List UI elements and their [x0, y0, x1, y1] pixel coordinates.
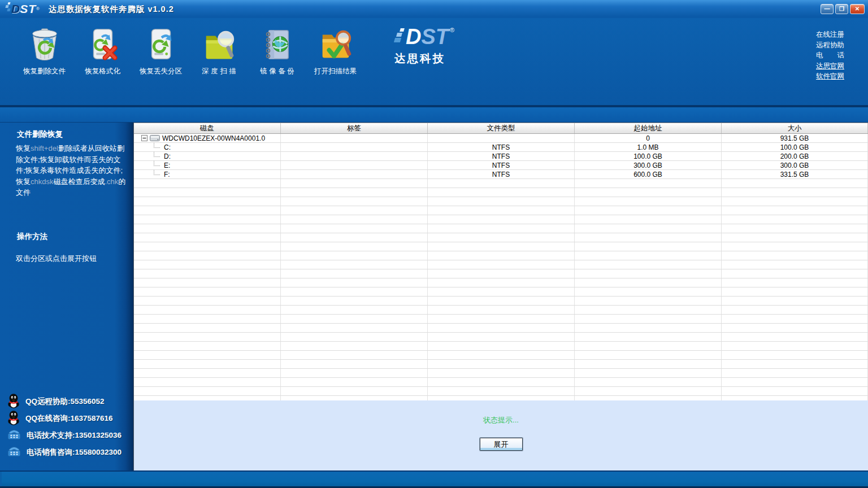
table-row-empty	[134, 369, 868, 378]
table-cell	[428, 378, 575, 386]
title-bar: DST® 达思数据恢复软件奔腾版 v1.0.2 —❐✕	[0, 0, 868, 18]
tree-branch-icon	[154, 143, 160, 148]
table-cell	[428, 324, 575, 332]
disk-name: C:	[164, 143, 171, 151]
column-header[interactable]: 标签	[281, 123, 428, 133]
table-cell	[281, 197, 428, 206]
table-row-partition[interactable]: D:NTFS100.0 GB200.0 GB	[134, 152, 868, 161]
column-header[interactable]: 起始地址	[575, 123, 722, 133]
dst-logo-large: DST® 达思科技	[394, 27, 454, 66]
recycle-trash-icon	[27, 27, 62, 62]
table-cell	[575, 197, 722, 206]
table-row-empty	[134, 260, 868, 269]
sidebar: 文件删除恢复 恢复shift+del删除或者从回收站删除文件;恢复卸载软件而丢失…	[0, 123, 133, 470]
main-area: 文件删除恢复 恢复shift+del删除或者从回收站删除文件;恢复卸载软件而丢失…	[0, 123, 868, 470]
table-cell	[281, 233, 428, 242]
table-cell	[281, 297, 428, 305]
status-panel: 状态提示... 展开	[134, 400, 868, 470]
table-row-disk[interactable]: WDCWD10EZEX-00WN4A0001.00931.5 GB	[134, 134, 868, 143]
link-dasi-website[interactable]: 达思官网	[816, 62, 844, 70]
sidebar-howto-text: 双击分区或点击展开按钮	[16, 253, 127, 264]
table-cell	[575, 269, 722, 278]
table-cell	[134, 233, 281, 242]
table-cell	[134, 215, 281, 224]
folder-scan-icon	[202, 27, 237, 62]
table-cell-name: WDCWD10EZEX-00WN4A0001.0	[134, 134, 281, 142]
toolbar-button-recover-lost-partition[interactable]: 恢复丢失分区	[133, 27, 188, 76]
window-title: 达思数据恢复软件奔腾版 v1.0.2	[49, 4, 174, 15]
table-cell	[134, 387, 281, 395]
table-cell	[722, 333, 868, 341]
disk-name: E:	[164, 162, 170, 169]
contact-phone-tech-support[interactable]: 电话技术支持:13501325036	[7, 429, 121, 442]
link-software-website[interactable]: 软件官网	[816, 72, 844, 80]
table-cell	[428, 188, 575, 197]
table-cell	[281, 224, 428, 233]
tree-branch-icon	[154, 170, 160, 175]
column-header[interactable]: 大小	[722, 123, 868, 133]
table-cell	[722, 251, 868, 260]
disk-table-header: 磁盘标签文件类型起始地址大小	[134, 123, 868, 134]
column-header[interactable]: 文件类型	[428, 123, 575, 133]
table-cell	[134, 324, 281, 332]
table-cell	[134, 188, 281, 197]
table-cell: 931.5 GB	[722, 134, 868, 142]
minimize-button[interactable]: —	[821, 4, 834, 14]
table-cell	[575, 179, 722, 188]
table-cell	[134, 333, 281, 341]
table-cell	[281, 342, 428, 350]
table-cell	[134, 242, 281, 251]
table-row-empty	[134, 306, 868, 315]
table-cell	[134, 179, 281, 188]
table-row-empty	[134, 215, 868, 224]
table-cell	[722, 287, 868, 296]
table-cell	[575, 242, 722, 251]
disk-name: F:	[164, 171, 170, 178]
table-row-partition[interactable]: F:NTFS600.0 GB331.5 GB	[134, 170, 868, 179]
contact-qq-remote-assist[interactable]: QQ远程协助:55356052	[7, 395, 121, 408]
table-cell	[428, 197, 575, 206]
expand-button[interactable]: 展开	[480, 438, 523, 451]
disk-name: D:	[164, 152, 171, 160]
table-cell	[134, 278, 281, 287]
table-row-empty	[134, 315, 868, 324]
content-area: 磁盘标签文件类型起始地址大小 WDCWD10EZEX-00WN4A0001.00…	[133, 123, 868, 470]
table-cell: 100.0 GB	[575, 152, 722, 160]
table-cell	[722, 260, 868, 269]
table-cell	[281, 161, 428, 169]
table-cell	[281, 242, 428, 251]
expand-minus-icon[interactable]	[141, 135, 147, 141]
table-cell	[134, 269, 281, 278]
toolbar-button-deep-scan[interactable]: 深 度 扫 描	[192, 27, 246, 76]
contact-qq-online-consult[interactable]: QQ在线咨询:1637587616	[7, 412, 121, 425]
contact-label: 电话技术支持:13501325036	[27, 430, 121, 441]
link-remote-assist[interactable]: 远程协助	[816, 41, 844, 49]
toolbar-button-recover-deleted-files[interactable]: 恢复删除文件	[17, 27, 72, 76]
table-cell-name: F:	[134, 170, 281, 178]
table-cell	[134, 287, 281, 296]
table-row-partition[interactable]: C:NTFS1.0 MB100.0 GB	[134, 143, 868, 152]
toolbar-button-recover-formatted[interactable]: 恢复格式化	[75, 27, 130, 76]
table-row-partition[interactable]: E:NTFS300.0 GB300.0 GB	[134, 161, 868, 170]
toolbar-button-open-scan-results[interactable]: 打开扫描结果	[308, 27, 363, 76]
table-cell: 200.0 GB	[722, 152, 868, 160]
maximize-button[interactable]: ❐	[835, 4, 848, 14]
table-cell	[134, 351, 281, 359]
dst-logo-small: DST®	[6, 2, 40, 16]
link-online-register[interactable]: 在线注册	[816, 30, 844, 38]
toolbar-button-label: 打开扫描结果	[314, 67, 357, 76]
contact-phone-sales-consult[interactable]: 电话销售咨询:15580032300	[7, 446, 121, 459]
table-cell	[134, 206, 281, 215]
close-button[interactable]: ✕	[850, 4, 865, 14]
table-cell	[722, 269, 868, 278]
column-header[interactable]: 磁盘	[134, 123, 281, 133]
table-cell	[281, 170, 428, 178]
toolbar-button-image-backup[interactable]: 镜 像 备 份	[250, 27, 305, 76]
table-cell	[722, 342, 868, 350]
table-cell	[134, 251, 281, 260]
table-cell	[575, 351, 722, 359]
table-row-empty	[134, 387, 868, 396]
link-telephone[interactable]: 电 话	[816, 51, 844, 59]
table-cell	[134, 378, 281, 386]
table-cell	[428, 360, 575, 368]
